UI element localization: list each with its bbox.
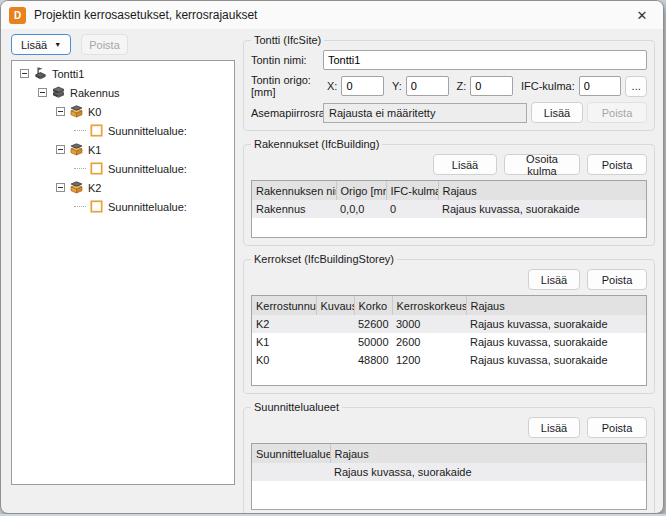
tree-connector	[74, 206, 86, 208]
table-cell	[316, 315, 354, 333]
column-header: Kerroskorkeus	[392, 296, 466, 315]
z-label: Z:	[457, 80, 467, 92]
areas-remove-button[interactable]: Poista	[587, 417, 647, 438]
table-cell: 3000	[392, 315, 466, 333]
site-origin-row: Tontin origo: [mm] X: Y: Z: IFC-kulma: .…	[251, 74, 647, 98]
tree-node-k2[interactable]: K2	[12, 178, 234, 197]
table-cell: 1200	[392, 351, 466, 369]
buildings-add-button[interactable]: Lisää	[433, 154, 497, 175]
table-cell: 0,0,0	[336, 200, 386, 218]
storey-icon	[69, 180, 84, 195]
tree-node-tontti1[interactable]: Tontti1	[12, 64, 234, 83]
table-row[interactable]: Rakennus0,0,00Rajaus kuvassa, suorakaide	[252, 200, 646, 218]
storeys-add-button[interactable]: Lisää	[528, 269, 580, 290]
table-cell: 0	[386, 200, 438, 218]
site-boundary-label: Asemapiirrosrajaus:	[251, 107, 319, 119]
table-header-row: KerrostunnusKuvausKorkoKerroskorkeusRaja…	[252, 296, 646, 315]
table: Rakennuksen nimiOrigo [mm]IFC-kulmaRajau…	[252, 181, 646, 218]
tree-toolbar: Lisää ▼ Poista	[11, 34, 235, 55]
tree-node-suunnittelualue[interactable]: Suunnittelualue:	[12, 121, 234, 140]
tree-node-label: Rakennus	[70, 87, 120, 99]
areas-group-title: Suunnittelualueet	[251, 401, 342, 413]
table-row[interactable]: K0488001200Rajaus kuvassa, suorakaide	[252, 351, 646, 369]
areas-add-button[interactable]: Lisää	[528, 417, 580, 438]
table-cell: Rakennus	[252, 200, 336, 218]
storey-icon	[69, 142, 84, 157]
column-header: Rajaus	[466, 296, 646, 315]
storeys-group: Kerrokset (IfcBuildingStorey) Lisää Pois…	[243, 253, 655, 394]
tree-node-k0[interactable]: K0	[12, 102, 234, 121]
site-icon	[33, 66, 48, 81]
table-cell: 2600	[392, 333, 466, 351]
x-label: X:	[327, 80, 337, 92]
table-cell: Rajaus kuvassa, suorakaide	[438, 200, 646, 218]
app-icon: D	[9, 7, 26, 24]
left-panel: Lisää ▼ Poista Tontti1RakennusK0Suunnitt…	[11, 34, 235, 514]
tree-node-k1[interactable]: K1	[12, 140, 234, 159]
table-row[interactable]: Rajaus kuvassa, suorakaide	[252, 463, 646, 481]
expander-minus-icon[interactable]	[56, 107, 65, 116]
table-cell: K0	[252, 351, 316, 369]
area-icon	[89, 123, 104, 138]
table-cell	[316, 333, 354, 351]
site-origin-label: Tontin origo: [mm]	[251, 74, 319, 98]
table-row[interactable]: K2526003000Rajaus kuvassa, suorakaide	[252, 315, 646, 333]
site-boundary-add-button[interactable]: Lisää	[531, 102, 583, 123]
building-icon	[51, 85, 66, 100]
tree-add-label: Lisää	[21, 39, 47, 51]
column-header: Kerrostunnus	[252, 296, 316, 315]
table-cell	[252, 463, 330, 481]
table-cell: 52600	[354, 315, 392, 333]
table-cell: Rajaus kuvassa, suorakaide	[466, 315, 646, 333]
table-cell: K2	[252, 315, 316, 333]
table-cell: 48800	[354, 351, 392, 369]
tree-node-label: Suunnittelualue:	[108, 125, 187, 137]
site-boundary-value: Rajausta ei määritetty	[323, 103, 527, 123]
expander-minus-icon[interactable]	[56, 183, 65, 192]
storeys-remove-button[interactable]: Poista	[587, 269, 647, 290]
y-input[interactable]	[406, 76, 449, 96]
column-header: Kuvaus	[316, 296, 354, 315]
tree-node-suunnittelualue[interactable]: Suunnittelualue:	[12, 159, 234, 178]
table: KerrostunnusKuvausKorkoKerroskorkeusRaja…	[252, 296, 646, 369]
expander-minus-icon[interactable]	[56, 145, 65, 154]
expander-minus-icon[interactable]	[38, 88, 47, 97]
storey-icon	[69, 104, 84, 119]
tree-node-label: Suunnittelualue:	[108, 201, 187, 213]
table-row[interactable]: K1500002600Rajaus kuvassa, suorakaide	[252, 333, 646, 351]
x-input[interactable]	[341, 76, 384, 96]
buildings-group-title: Rakennukset (IfcBuilding)	[251, 138, 382, 150]
storeys-table: KerrostunnusKuvausKorkoKerroskorkeusRaja…	[251, 295, 647, 386]
table-cell	[316, 351, 354, 369]
tree-node-label: K2	[88, 182, 101, 194]
storeys-toolbar: Lisää Poista	[251, 269, 647, 290]
column-header: Rajaus	[330, 444, 646, 463]
buildings-remove-button[interactable]: Poista	[587, 154, 647, 175]
tree-add-button[interactable]: Lisää ▼	[11, 34, 71, 55]
site-name-input[interactable]	[323, 50, 647, 70]
buildings-point-angle-button[interactable]: Osoita kulma	[504, 154, 580, 175]
ifc-angle-input[interactable]	[579, 76, 622, 96]
origin-more-button[interactable]: ...	[625, 76, 647, 97]
table-header-row: Rakennuksen nimiOrigo [mm]IFC-kulmaRajau…	[252, 181, 646, 200]
z-input[interactable]	[470, 76, 513, 96]
site-boundary-row: Asemapiirrosrajaus: Rajausta ei määritet…	[251, 102, 647, 123]
expander-minus-icon[interactable]	[20, 69, 29, 78]
column-header: Origo [mm]	[336, 181, 386, 200]
site-group-title: Tontti (IfcSite)	[251, 34, 324, 46]
buildings-group: Rakennukset (IfcBuilding) Lisää Osoita k…	[243, 138, 655, 246]
right-panel: Tontti (IfcSite) Tontin nimi: Tontin ori…	[243, 34, 655, 514]
table: SuunnittelualueRajausRajaus kuvassa, suo…	[252, 444, 646, 481]
site-boundary-remove-button: Poista	[587, 102, 647, 123]
site-name-row: Tontin nimi:	[251, 50, 647, 70]
table-cell: Rajaus kuvassa, suorakaide	[330, 463, 646, 481]
dialog-window: D Projektin kerrosasetukset, kerrosrajau…	[0, 0, 664, 514]
tree-connector	[74, 130, 86, 132]
tree-node-rakennus[interactable]: Rakennus	[12, 83, 234, 102]
storeys-group-title: Kerrokset (IfcBuildingStorey)	[251, 253, 397, 265]
window-title: Projektin kerrosasetukset, kerrosrajauks…	[34, 8, 257, 22]
site-name-label: Tontin nimi:	[251, 54, 319, 66]
close-icon[interactable]: ✕	[625, 3, 659, 27]
buildings-toolbar: Lisää Osoita kulma Poista	[251, 154, 647, 175]
tree-node-suunnittelualue[interactable]: Suunnittelualue:	[12, 197, 234, 216]
